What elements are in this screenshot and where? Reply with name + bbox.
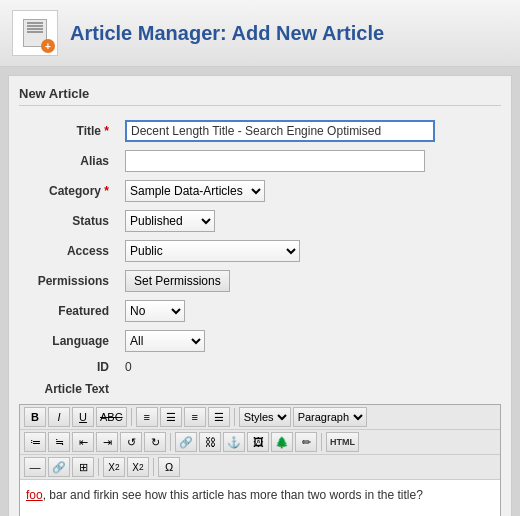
indent-button[interactable]: ⇥ xyxy=(96,432,118,452)
paragraph-select[interactable]: Paragraph Heading 1 Heading 2 Heading 3 xyxy=(293,407,367,427)
set-permissions-button[interactable]: Set Permissions xyxy=(125,270,230,292)
editor-text-underline: foo xyxy=(26,488,43,502)
edit-button[interactable]: ✏ xyxy=(295,432,317,452)
access-label: Access xyxy=(19,236,119,266)
editor-toolbar-row1: B I U ABC ≡ ☰ ≡ ☰ Styles Paragraph Headi… xyxy=(20,405,500,430)
id-label: ID xyxy=(19,356,119,378)
ordered-list-button[interactable]: ≒ xyxy=(48,432,70,452)
table-button[interactable]: ⊞ xyxy=(72,457,94,477)
hr-button[interactable]: — xyxy=(24,457,46,477)
undo-button[interactable]: ↺ xyxy=(120,432,142,452)
field-status-row: Status Published Unpublished Archived Tr… xyxy=(19,206,501,236)
plus-badge-icon: + xyxy=(41,39,55,53)
strikethrough-button[interactable]: ABC xyxy=(96,407,127,427)
link-button[interactable]: 🔗 xyxy=(175,432,197,452)
toolbar-sep3 xyxy=(170,433,171,451)
toolbar-sep2 xyxy=(234,408,235,426)
toolbar-sep1 xyxy=(131,408,132,426)
align-right-button[interactable]: ≡ xyxy=(184,407,206,427)
title-input[interactable] xyxy=(125,120,435,142)
field-category-row: Category * Sample Data-Articles xyxy=(19,176,501,206)
toolbar-sep4 xyxy=(321,433,322,451)
id-value: 0 xyxy=(125,360,132,374)
tree-button[interactable]: 🌲 xyxy=(271,432,293,452)
required-star: * xyxy=(104,124,109,138)
html-button[interactable]: HTML xyxy=(326,432,359,452)
featured-label: Featured xyxy=(19,296,119,326)
field-access-row: Access Public Registered Special xyxy=(19,236,501,266)
status-label: Status xyxy=(19,206,119,236)
field-alias-row: Alias xyxy=(19,146,501,176)
alias-label: Alias xyxy=(19,146,119,176)
header-icon-container: + xyxy=(12,10,58,56)
field-permissions-row: Permissions Set Permissions xyxy=(19,266,501,296)
page-header: + Article Manager: Add New Article xyxy=(0,0,520,67)
superscript-button[interactable]: X2 xyxy=(127,457,149,477)
category-required-star: * xyxy=(104,184,109,198)
anchor-button[interactable]: ⚓ xyxy=(223,432,245,452)
subscript-button[interactable]: X2 xyxy=(103,457,125,477)
title-label: Title * xyxy=(19,116,119,146)
access-select[interactable]: Public Registered Special xyxy=(125,240,300,262)
editor-content[interactable]: foo, bar and firkin see how this article… xyxy=(20,480,500,516)
language-label: Language xyxy=(19,326,119,356)
alias-input[interactable] xyxy=(125,150,425,172)
field-id-row: ID 0 xyxy=(19,356,501,378)
bold-button[interactable]: B xyxy=(24,407,46,427)
form-table: Title * Alias Category * Sample Data-Art… xyxy=(19,116,501,400)
unordered-list-button[interactable]: ≔ xyxy=(24,432,46,452)
align-center-button[interactable]: ☰ xyxy=(160,407,182,427)
toolbar-sep5 xyxy=(98,458,99,476)
align-left-button[interactable]: ≡ xyxy=(136,407,158,427)
language-select[interactable]: All English xyxy=(125,330,205,352)
image-button[interactable]: 🖼 xyxy=(247,432,269,452)
link2-button[interactable]: 🔗 xyxy=(48,457,70,477)
editor-area: B I U ABC ≡ ☰ ≡ ☰ Styles Paragraph Headi… xyxy=(19,404,501,516)
unlink-button[interactable]: ⛓ xyxy=(199,432,221,452)
toolbar-sep6 xyxy=(153,458,154,476)
featured-select[interactable]: No Yes xyxy=(125,300,185,322)
editor-toolbar-row3: — 🔗 ⊞ X2 X2 Ω xyxy=(20,455,500,480)
italic-button[interactable]: I xyxy=(48,407,70,427)
styles-select[interactable]: Styles xyxy=(239,407,291,427)
category-select[interactable]: Sample Data-Articles xyxy=(125,180,265,202)
editor-text-body: , bar and firkin see how this article ha… xyxy=(43,488,423,502)
article-text-label: Article Text xyxy=(19,378,119,400)
field-title-row: Title * xyxy=(19,116,501,146)
article-text-row: Article Text xyxy=(19,378,501,400)
field-featured-row: Featured No Yes xyxy=(19,296,501,326)
section-title: New Article xyxy=(19,86,501,106)
category-label: Category * xyxy=(19,176,119,206)
status-select[interactable]: Published Unpublished Archived Trashed xyxy=(125,210,215,232)
underline-button[interactable]: U xyxy=(72,407,94,427)
special-char-button[interactable]: Ω xyxy=(158,457,180,477)
page-title: Article Manager: Add New Article xyxy=(70,22,384,45)
editor-toolbar-row2: ≔ ≒ ⇤ ⇥ ↺ ↻ 🔗 ⛓ ⚓ 🖼 🌲 ✏ HTML xyxy=(20,430,500,455)
outdent-button[interactable]: ⇤ xyxy=(72,432,94,452)
align-justify-button[interactable]: ☰ xyxy=(208,407,230,427)
permissions-label: Permissions xyxy=(19,266,119,296)
redo-button[interactable]: ↻ xyxy=(144,432,166,452)
main-content: New Article Title * Alias Category * xyxy=(8,75,512,516)
field-language-row: Language All English xyxy=(19,326,501,356)
